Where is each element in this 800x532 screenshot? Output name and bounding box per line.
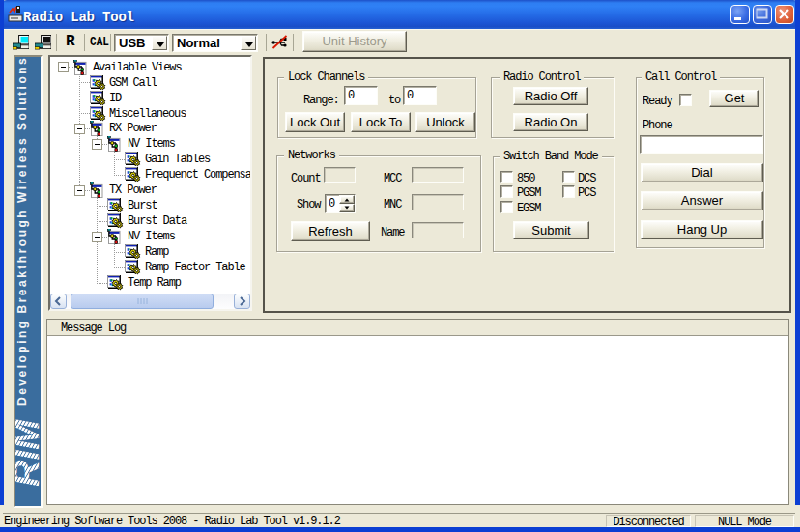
svg-text:RIM: RIM bbox=[15, 418, 41, 487]
